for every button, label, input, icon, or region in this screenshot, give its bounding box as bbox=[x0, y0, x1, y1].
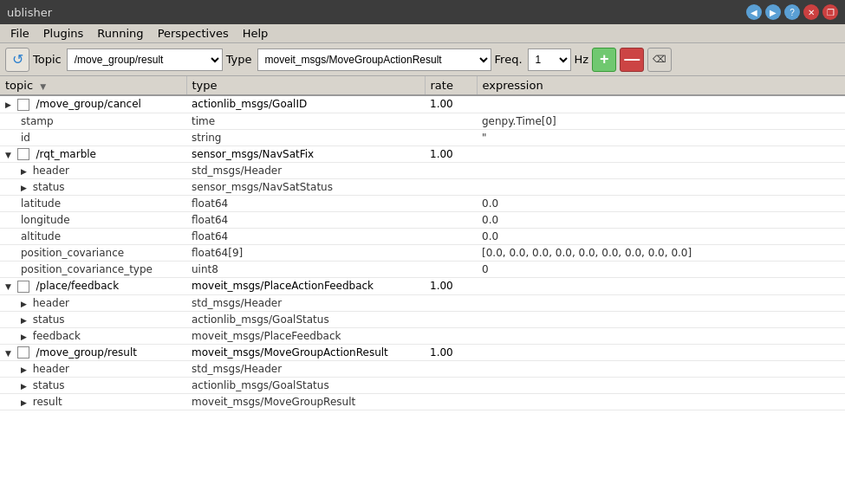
expand-icon[interactable]: ▶ bbox=[21, 398, 27, 407]
type-cell: moveit_msgs/PlaceFeedback bbox=[186, 327, 425, 344]
type-cell: moveit_msgs/PlaceActionFeedback bbox=[186, 278, 425, 295]
th-expression[interactable]: expression bbox=[477, 76, 845, 95]
table-row: longitude float64 0.0 bbox=[0, 212, 845, 229]
topic-cell: ▶ status bbox=[0, 311, 186, 327]
topic-name: /move_group/cancel bbox=[36, 98, 141, 110]
type-cell: std_msgs/Header bbox=[186, 361, 425, 378]
help-button[interactable]: ? bbox=[784, 4, 800, 20]
rate-cell bbox=[425, 196, 477, 212]
topic-select[interactable]: /move_group/result bbox=[67, 48, 223, 71]
table-row: ▼ /place/feedback moveit_msgs/PlaceActio… bbox=[0, 278, 845, 295]
type-cell: uint8 bbox=[186, 262, 425, 278]
row-checkbox[interactable] bbox=[17, 148, 29, 160]
table-header-row: topic ▼ type rate expression bbox=[0, 76, 845, 95]
rate-cell bbox=[425, 129, 477, 145]
topic-cell: ▶ status bbox=[0, 378, 186, 394]
expand-icon[interactable]: ▶ bbox=[21, 333, 27, 341]
table-row: position_covariance float64[9] [0.0, 0.0… bbox=[0, 245, 845, 262]
rate-cell bbox=[425, 361, 477, 378]
expand-icon[interactable]: ▶ bbox=[21, 382, 27, 391]
expand-icon[interactable]: ▼ bbox=[5, 151, 11, 159]
expand-icon[interactable]: ▶ bbox=[21, 365, 27, 374]
rate-cell bbox=[425, 327, 477, 344]
rate-cell bbox=[425, 378, 477, 394]
topic-label: Topic bbox=[33, 53, 62, 66]
titlebar: ublisher ◀ ▶ ? ✕ ❐ bbox=[0, 0, 845, 24]
topic-cell: ▶ feedback bbox=[0, 327, 186, 344]
expression-cell bbox=[477, 294, 845, 311]
th-type[interactable]: type bbox=[186, 76, 425, 95]
row-checkbox[interactable] bbox=[17, 99, 29, 111]
row-checkbox[interactable] bbox=[17, 346, 29, 359]
type-cell: float64[9] bbox=[186, 245, 425, 262]
restore-button[interactable]: ❐ bbox=[822, 4, 838, 20]
type-cell: moveit_msgs/MoveGroupActionResult bbox=[186, 344, 425, 361]
menu-plugins[interactable]: Plugins bbox=[36, 25, 91, 42]
expression-cell bbox=[477, 163, 845, 179]
topic-cell: ▼ /place/feedback bbox=[0, 278, 186, 295]
expression-cell: " bbox=[477, 129, 845, 145]
freq-select[interactable]: 1 bbox=[528, 48, 571, 71]
topic-cell: position_covariance_type bbox=[0, 262, 186, 278]
menu-file[interactable]: File bbox=[3, 25, 36, 42]
topic-cell: ▶ result bbox=[0, 394, 186, 410]
topic-name: /move_group/result bbox=[36, 346, 137, 359]
expand-icon[interactable]: ▶ bbox=[21, 167, 27, 176]
type-cell: moveit_msgs/MoveGroupResult bbox=[186, 394, 425, 410]
expression-cell bbox=[477, 394, 845, 410]
rate-cell bbox=[425, 163, 477, 179]
menu-help[interactable]: Help bbox=[236, 25, 276, 42]
titlebar-controls: ◀ ▶ ? ✕ ❐ bbox=[746, 4, 838, 20]
menubar: File Plugins Running Perspectives Help bbox=[0, 24, 845, 43]
table-row: ▼ /rqt_marble sensor_msgs/NavSatFix 1.00 bbox=[0, 145, 845, 163]
topic-cell: id bbox=[0, 129, 186, 145]
freq-label: Freq. bbox=[495, 53, 523, 66]
type-cell: time bbox=[186, 113, 425, 129]
hz-label: Hz bbox=[575, 53, 589, 66]
expand-icon[interactable]: ▶ bbox=[5, 100, 11, 109]
table-row: ▶ feedback moveit_msgs/PlaceFeedback bbox=[0, 327, 845, 344]
type-cell: float64 bbox=[186, 196, 425, 212]
topic-cell: stamp bbox=[0, 113, 186, 129]
type-cell: float64 bbox=[186, 229, 425, 245]
type-cell: sensor_msgs/NavSatFix bbox=[186, 145, 425, 163]
rate-cell bbox=[425, 113, 477, 129]
topic-cell: ▶ status bbox=[0, 179, 186, 196]
th-topic[interactable]: topic ▼ bbox=[0, 76, 186, 95]
table-container: topic ▼ type rate expression ▶ bbox=[0, 76, 845, 504]
remove-button[interactable]: — bbox=[620, 48, 644, 72]
forward-button[interactable]: ▶ bbox=[765, 4, 781, 20]
close-button[interactable]: ✕ bbox=[803, 4, 819, 20]
expand-icon[interactable]: ▼ bbox=[5, 282, 11, 291]
menu-running[interactable]: Running bbox=[90, 25, 150, 42]
expression-cell: 0.0 bbox=[477, 212, 845, 229]
topic-cell: ▼ /move_group/result bbox=[0, 344, 186, 361]
table-row: ▶ header std_msgs/Header bbox=[0, 361, 845, 378]
table-row: latitude float64 0.0 bbox=[0, 196, 845, 212]
expand-icon[interactable]: ▼ bbox=[5, 349, 11, 358]
table-row: ▼ /move_group/result moveit_msgs/MoveGro… bbox=[0, 344, 845, 361]
row-checkbox[interactable] bbox=[17, 281, 29, 293]
topic-cell: longitude bbox=[0, 212, 186, 229]
add-button[interactable]: + bbox=[592, 48, 616, 72]
expression-cell bbox=[477, 327, 845, 344]
back-button[interactable]: ◀ bbox=[746, 4, 762, 20]
menu-perspectives[interactable]: Perspectives bbox=[151, 25, 236, 42]
type-select[interactable]: moveit_msgs/MoveGroupActionResult bbox=[257, 48, 491, 71]
topic-name: /place/feedback bbox=[36, 280, 120, 292]
table-row: ▶ header std_msgs/Header bbox=[0, 294, 845, 311]
refresh-button[interactable]: ↺ bbox=[5, 48, 29, 72]
th-rate[interactable]: rate bbox=[425, 76, 477, 95]
table-row: ▶ /move_group/cancel actionlib_msgs/Goal… bbox=[0, 95, 845, 113]
expression-cell: 0.0 bbox=[477, 229, 845, 245]
rate-cell bbox=[425, 212, 477, 229]
expand-icon[interactable]: ▶ bbox=[21, 184, 27, 192]
expand-icon[interactable]: ▶ bbox=[21, 300, 27, 308]
rate-cell bbox=[425, 294, 477, 311]
topic-sort-icon: ▼ bbox=[40, 82, 46, 91]
expand-icon[interactable]: ▶ bbox=[21, 316, 27, 325]
rate-cell bbox=[425, 229, 477, 245]
topic-cell: ▼ /rqt_marble bbox=[0, 145, 186, 163]
clear-button[interactable]: ⌫ bbox=[647, 48, 672, 72]
expression-cell bbox=[477, 361, 845, 378]
